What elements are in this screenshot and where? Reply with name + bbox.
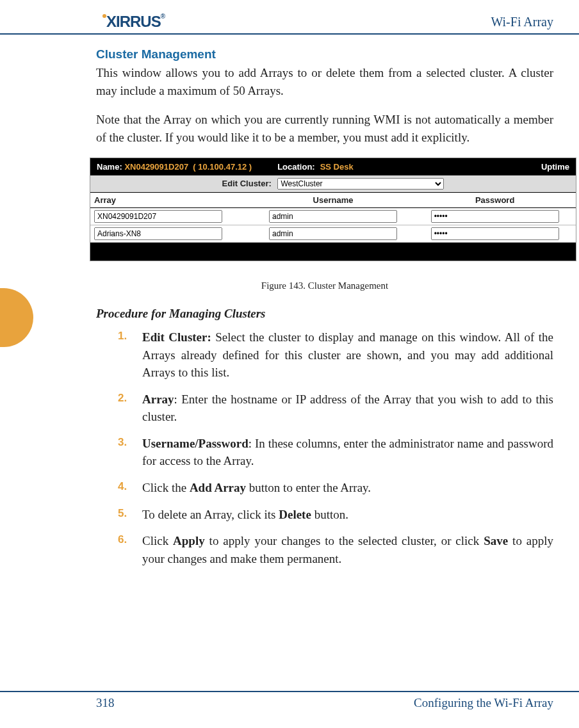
password-input[interactable] [431,210,559,223]
step-bold: Username/Password [142,437,249,450]
username-input[interactable] [269,210,397,223]
ss-bottom-bar [90,243,576,261]
step-pre: To delete an Array, click its [142,508,279,521]
list-item: 1. Edit Cluster: Select the cluster to d… [118,328,553,382]
list-item: 2. Array: Enter the hostname or IP addre… [118,391,553,426]
ss-uptime-label: Uptime [541,162,569,172]
username-input[interactable] [269,227,397,240]
intro-para-2: Note that the Array on which you are cur… [96,111,553,146]
step-number: 3. [118,435,127,451]
step-pre: Click the [142,481,190,494]
step-bold: Delete [279,508,311,521]
array-input[interactable] [94,227,222,240]
figure-screenshot: Name: XN0429091D207 ( 10.100.47.12 ) Loc… [90,158,553,261]
step-number: 2. [118,391,127,407]
step-number: 6. [118,532,127,548]
section-title: Cluster Management [96,47,553,61]
ss-edit-cluster-select[interactable]: WestCluster [277,178,444,190]
procedure-list: 1. Edit Cluster: Select the cluster to d… [118,328,553,567]
intro-para-1: This window allows you to add Arrays to … [96,64,553,99]
ss-name-value: XN0429091D207 [124,162,188,172]
step-bold: Array [142,392,174,406]
table-row [90,208,576,225]
step-mid: to apply your changes to the selected cl… [205,534,484,547]
step-number: 1. [118,328,127,344]
logo-text: XIRRUS [106,13,161,30]
page-header: XIRRUS® Wi-Fi Array [0,13,579,35]
doc-title: Wi-Fi Array [491,15,553,29]
step-text: button. [311,508,348,521]
ss-name-label: Name: [97,162,122,172]
ss-location-label: Location: [277,162,315,172]
procedure-heading: Procedure for Managing Clusters [96,307,553,321]
ss-name-ip: ( 10.100.47.12 ) [193,162,252,172]
list-item: 5. To delete an Array, click its Delete … [118,506,553,524]
col-array: Array [90,193,252,208]
step-bold-2: Save [484,534,508,547]
figure-caption: Figure 143. Cluster Management [96,280,553,291]
array-input[interactable] [94,210,222,223]
table-row [90,225,576,243]
col-username: Username [252,193,414,208]
ss-edit-cluster-label: Edit Cluster: [222,179,272,188]
list-item: 3. Username/Password: In these columns, … [118,435,553,470]
step-number: 4. [118,479,127,495]
page-number: 318 [96,696,115,710]
step-bold: Add Array [190,481,246,494]
ss-status-bar: Name: XN0429091D207 ( 10.100.47.12 ) Loc… [90,158,576,175]
list-item: 6. Click Apply to apply your changes to … [118,532,553,567]
step-number: 5. [118,506,127,522]
list-item: 4. Click the Add Array button to enter t… [118,479,553,497]
logo: XIRRUS® [102,13,165,31]
password-input[interactable] [431,227,559,240]
col-password: Password [414,193,576,208]
page-footer: 318 Configuring the Wi-Fi Array [0,691,579,710]
footer-section: Configuring the Wi-Fi Array [414,696,553,710]
step-pre: Click [142,534,173,547]
ss-location-value: SS Desk [320,162,354,172]
step-bold: Edit Cluster: [142,330,211,344]
step-bold: Apply [173,534,205,547]
step-text: : Enter the hostname or IP address of th… [142,392,553,424]
step-text: button to enter the Array. [246,481,371,494]
